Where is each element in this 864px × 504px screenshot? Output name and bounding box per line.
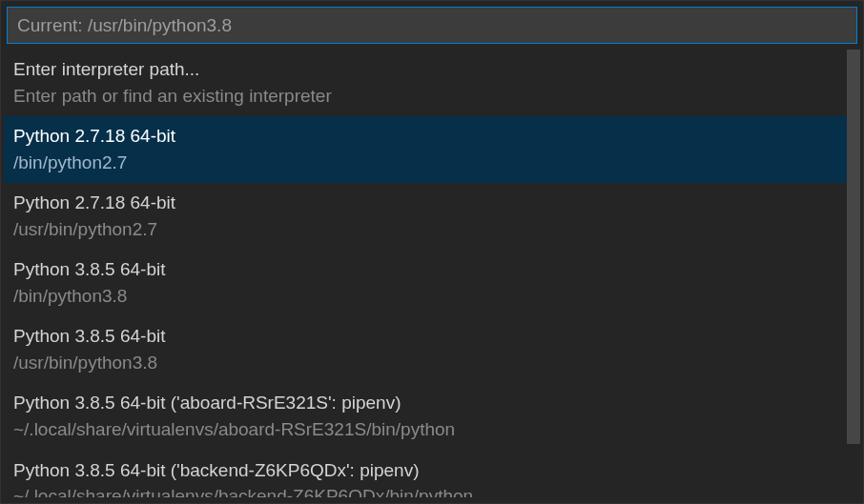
- interpreter-option-subtitle: /bin/python3.8: [13, 283, 837, 310]
- interpreter-option[interactable]: Python 2.7.18 64-bit/bin/python2.7: [4, 116, 847, 183]
- interpreter-option-subtitle: /usr/bin/python3.8: [13, 350, 837, 376]
- interpreter-option[interactable]: Python 3.8.5 64-bit ('aboard-RSrE321S': …: [4, 383, 847, 450]
- interpreter-option-title: Python 3.8.5 64-bit ('backend-Z6KP6QDx':…: [13, 457, 837, 484]
- scrollbar-thumb[interactable]: [847, 50, 860, 444]
- interpreter-option-subtitle: /usr/bin/python2.7: [13, 216, 837, 243]
- interpreter-option-title: Python 3.8.5 64-bit ('aboard-RSrE321S': …: [13, 390, 837, 416]
- interpreter-option[interactable]: Enter interpreter path...Enter path or f…: [4, 50, 847, 116]
- interpreter-option-title: Enter interpreter path...: [13, 56, 837, 83]
- interpreter-option-title: Python 3.8.5 64-bit: [13, 323, 837, 350]
- interpreter-option[interactable]: Python 3.8.5 64-bit/usr/bin/python3.8: [4, 316, 847, 383]
- interpreter-option-subtitle: Enter path or find an existing interpret…: [13, 83, 837, 110]
- interpreter-option[interactable]: Python 3.8.5 64-bit/bin/python3.8: [4, 250, 847, 316]
- interpreter-option-title: Python 2.7.18 64-bit: [13, 123, 837, 150]
- quick-pick-panel: Enter interpreter path...Enter path or f…: [1, 1, 863, 503]
- interpreter-list-content: Enter interpreter path...Enter path or f…: [4, 50, 860, 497]
- interpreter-option[interactable]: Python 2.7.18 64-bit/usr/bin/python2.7: [4, 183, 847, 250]
- interpreter-path-input[interactable]: [7, 7, 857, 44]
- interpreter-option-subtitle: /bin/python2.7: [13, 150, 837, 176]
- interpreter-option-subtitle: ~/.local/share/virtualenvs/aboard-RSrE32…: [13, 416, 837, 443]
- scrollbar-track: [847, 50, 860, 497]
- interpreter-option-title: Python 2.7.18 64-bit: [13, 190, 837, 216]
- interpreter-option-subtitle: ~/.local/share/virtualenvs/backend-Z6KP6…: [13, 483, 837, 497]
- interpreter-option[interactable]: Python 3.8.5 64-bit ('backend-Z6KP6QDx':…: [4, 451, 847, 497]
- interpreter-option-title: Python 3.8.5 64-bit: [13, 256, 837, 283]
- interpreter-list: Enter interpreter path...Enter path or f…: [4, 50, 860, 497]
